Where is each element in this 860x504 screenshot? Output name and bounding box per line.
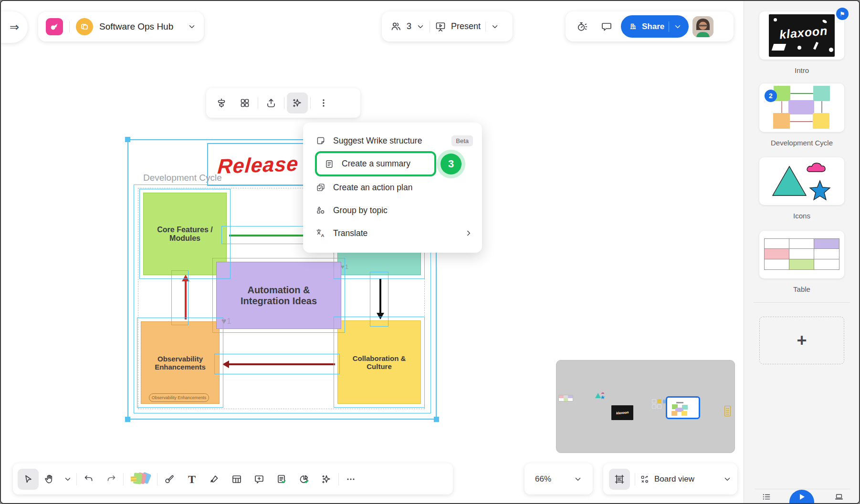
like-count-purple[interactable]: ♥1 <box>221 317 231 326</box>
pan-tool-button[interactable] <box>40 469 59 490</box>
participants-chevron-icon[interactable] <box>416 22 425 31</box>
frame-label-development-cycle: Development Cycle <box>744 139 860 147</box>
add-frame-button[interactable]: + <box>759 317 844 364</box>
shapes-tool-button[interactable] <box>159 469 180 490</box>
minimap-viewport[interactable] <box>666 396 700 419</box>
user-avatar[interactable] <box>692 16 713 37</box>
participants-count[interactable]: 3 <box>407 21 411 31</box>
menu-item-label: Suggest Wrike structure <box>333 136 422 146</box>
ai-tool-button[interactable] <box>316 469 337 490</box>
board-menu-chevron-icon[interactable] <box>188 22 196 31</box>
note-automation[interactable]: Automation & Integration Ideas <box>216 262 341 329</box>
screen-mode-button[interactable] <box>831 490 847 504</box>
toolbar-divider <box>123 473 124 485</box>
layout-grid-button[interactable] <box>234 93 255 113</box>
frame-thumb-table[interactable] <box>759 231 844 278</box>
text-tool-button[interactable]: T <box>181 469 202 490</box>
undo-button[interactable] <box>78 469 99 490</box>
menu-item-group-by-topic[interactable]: Group by topic <box>315 202 473 219</box>
more-options-button[interactable] <box>313 93 334 113</box>
frames-list-button[interactable] <box>758 490 775 504</box>
toolbar-divider <box>284 97 284 109</box>
ai-assistant-button[interactable] <box>287 93 308 113</box>
toolbar-divider <box>310 97 311 109</box>
sticky-note-tool-button[interactable] <box>125 469 156 490</box>
share-org-icon <box>629 22 638 31</box>
minimap[interactable]: klaxoon <box>556 360 735 453</box>
flag-icon: ⚑ <box>839 11 845 17</box>
note-core-features[interactable]: Core Features / Modules <box>143 193 227 275</box>
connector-darkred-left-line[interactable] <box>228 363 335 365</box>
draw-tool-button[interactable] <box>204 469 225 490</box>
select-tool-button[interactable] <box>18 469 39 490</box>
workspace-icon[interactable] <box>76 18 93 35</box>
step-annotation-badge: 3 <box>440 154 461 175</box>
pinned-flag-badge: ⚑ <box>836 8 849 20</box>
icons-thumb-graphic <box>759 157 844 205</box>
view-label[interactable]: Board view <box>654 474 694 484</box>
connector-red-up-head <box>182 275 189 281</box>
table-thumb-grid <box>764 238 839 270</box>
frame-thumb-development-cycle[interactable]: 2 <box>759 83 844 132</box>
zoom-chevron-icon[interactable] <box>574 475 582 483</box>
connector-darkred-left-head <box>222 360 229 368</box>
frame-label-icons: Icons <box>744 212 860 220</box>
zoom-level[interactable]: 66% <box>535 474 551 484</box>
note-collaboration[interactable]: Collaboration & Culture <box>337 320 421 404</box>
toolbar-divider <box>157 473 157 485</box>
view-divider <box>635 473 635 485</box>
selection-handle-br[interactable] <box>434 417 439 422</box>
frame-thumb-icons[interactable] <box>759 157 844 205</box>
plus-icon: + <box>797 332 807 349</box>
minimap-square <box>652 399 656 403</box>
redo-button[interactable] <box>101 469 122 490</box>
frame-view-button[interactable] <box>609 469 630 490</box>
chart-tool-button[interactable] <box>294 469 315 490</box>
connector-black-down-line[interactable] <box>379 278 381 314</box>
menu-item-action-plan[interactable]: Create an action plan <box>315 179 473 196</box>
board-view-icon <box>640 474 650 484</box>
present-chevron-icon[interactable] <box>491 22 499 31</box>
tool-chevron-button[interactable] <box>61 469 75 490</box>
like-count-teal[interactable]: ♥1 <box>341 263 348 270</box>
beta-badge: Beta <box>451 135 473 146</box>
align-structure-button[interactable] <box>211 93 232 113</box>
export-button[interactable] <box>261 93 282 113</box>
share-chevron-icon <box>673 22 682 31</box>
note-observability[interactable]: Observability Enhancements <box>141 321 220 404</box>
toolbar-divider <box>338 473 339 485</box>
actions-card: Share <box>566 11 734 41</box>
board-title: Software Ops Hub <box>99 21 173 32</box>
zoom-control-card: 66% <box>524 463 593 494</box>
play-session-button[interactable] <box>789 490 814 504</box>
note-observability-tag[interactable]: Observability Enhancements <box>149 393 209 402</box>
klaxoon-logo[interactable] <box>46 18 63 35</box>
sidebar-divider <box>754 302 850 303</box>
survey-tool-button[interactable] <box>271 469 292 490</box>
menu-item-translate[interactable]: A Translate <box>315 225 473 242</box>
minimap-square <box>657 404 661 409</box>
klaxoon-whiteboard-app: Development Cycle Release Ti Core Featur… <box>0 0 860 504</box>
view-chevron-icon[interactable] <box>723 475 732 483</box>
toolbar-more-button[interactable] <box>340 469 361 490</box>
timer-button[interactable] <box>571 16 592 37</box>
frame-thumb-intro[interactable]: klaxoon ⚑ <box>759 11 844 60</box>
present-label[interactable]: Present <box>451 21 481 31</box>
table-tool-button[interactable] <box>226 469 247 490</box>
frame-label[interactable]: Development Cycle <box>143 173 222 183</box>
menu-item-suggest-wrike[interactable]: Suggest Wrike structure Beta <box>315 132 473 149</box>
menu-item-create-summary[interactable]: Create a summary <box>315 151 436 176</box>
expand-sidebar-icon: ⇒ <box>10 21 19 34</box>
share-button[interactable]: Share <box>621 15 689 38</box>
toolbar-divider <box>258 97 258 109</box>
frame-label-table: Table <box>744 285 860 293</box>
frame-number-badge: 2 <box>765 90 777 102</box>
intro-image: klaxoon <box>769 14 835 57</box>
connector-red-up-line[interactable] <box>185 281 187 319</box>
comment-tool-button[interactable] <box>249 469 270 490</box>
selection-handle-tl[interactable] <box>125 137 130 142</box>
menu-item-label: Create an action plan <box>333 183 412 193</box>
minimap-icons <box>595 391 605 400</box>
selection-handle-bl[interactable] <box>125 417 130 422</box>
chat-button[interactable] <box>596 16 617 37</box>
